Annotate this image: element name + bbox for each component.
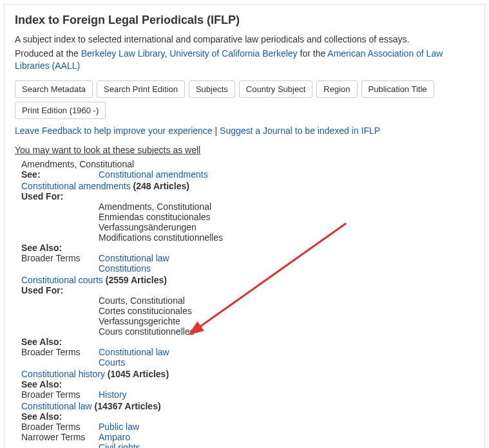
tab-publication-title[interactable]: Publication Title <box>361 80 434 98</box>
subject-link[interactable]: Constitutional courts <box>21 275 103 285</box>
broader-link[interactable]: History <box>99 389 474 400</box>
see-also-label: See Also: <box>21 379 474 389</box>
suggest-journal-link[interactable]: Suggest a Journal to be indexed in IFLP <box>220 126 380 136</box>
broader-link[interactable]: Constitutions <box>99 263 474 274</box>
used-for-term: Cortes constitucionales <box>99 306 474 316</box>
used-for-term: Cours constitutionnelles <box>99 326 474 337</box>
used-for-label: Used For: <box>21 191 474 201</box>
used-for-term: Verfassungsgerichte <box>99 316 474 326</box>
tab-print-edition[interactable]: Print Edition (1960 -) <box>15 102 106 119</box>
tab-subjects[interactable]: Subjects <box>189 80 235 98</box>
used-for-label: Used For: <box>21 285 474 295</box>
main-panel: Index to Foreign Legal Periodicals (IFLP… <box>4 4 485 448</box>
see-also-label: See Also: <box>21 411 474 422</box>
broader-link[interactable]: Public law <box>99 422 474 432</box>
subjects-hint[interactable]: You may want to look at these subjects a… <box>15 145 200 155</box>
tab-search-metadata[interactable]: Search Metadata <box>15 80 93 98</box>
broader-label: Broader Terms <box>21 389 99 400</box>
intro-line-1: A subject index to selected internationa… <box>15 33 474 46</box>
narrower-link[interactable]: Amparo <box>99 432 474 442</box>
feedback-sep: | <box>213 126 220 136</box>
broader-link[interactable]: Constitutional law <box>99 347 474 357</box>
produced-prefix: Produced at the <box>15 48 81 59</box>
article-count: (2559 Articles) <box>103 275 167 285</box>
for-text: for the <box>298 48 328 59</box>
used-for-term: Modifications constitutionnelles <box>99 232 474 243</box>
broader-link[interactable]: Constitutional law <box>99 253 474 263</box>
used-for-term: Enmiendas constitucionales <box>99 212 474 222</box>
berkeley-link[interactable]: Berkeley Law Library, University of Cali… <box>81 48 298 59</box>
subject-heading: Amendments, Constitutional <box>21 159 474 169</box>
narrower-link[interactable]: Civil rights <box>99 442 474 448</box>
see-label: See: <box>21 169 99 180</box>
tab-country-subject[interactable]: Country Subject <box>239 80 313 98</box>
subject-link[interactable]: Constitutional history <box>21 369 105 379</box>
feedback-line: Leave Feedback to help improve your expe… <box>15 126 474 136</box>
leave-feedback-link[interactable]: Leave Feedback to help improve your expe… <box>15 126 213 136</box>
used-for-term: Amendments, Constitutional <box>99 201 474 212</box>
article-count: (14367 Articles) <box>92 401 161 411</box>
see-link[interactable]: Constitutional amendments <box>99 169 208 180</box>
see-also-label: See Also: <box>21 243 474 253</box>
subject-link[interactable]: Constitutional law <box>21 401 92 411</box>
broader-label: Broader Terms <box>21 422 99 432</box>
see-also-label: See Also: <box>21 337 474 347</box>
intro-line-2: Produced at the Berkeley Law Library, Un… <box>15 48 474 73</box>
subject-list: Amendments, Constitutional See: Constitu… <box>21 159 474 448</box>
article-count: (248 Articles) <box>131 181 189 191</box>
broader-label: Broader Terms <box>21 253 99 274</box>
used-for-term: Courts, Constitutional <box>99 295 474 306</box>
broader-link[interactable]: Courts <box>99 357 474 368</box>
tab-bar: Search Metadata Search Print Edition Sub… <box>15 80 474 119</box>
used-for-term: Verfassungsänderungen <box>99 222 474 232</box>
subject-link[interactable]: Constitutional amendments <box>21 181 131 191</box>
page-title: Index to Foreign Legal Periodicals (IFLP… <box>15 14 474 27</box>
broader-label: Broader Terms <box>21 347 99 368</box>
narrower-label: Narrower Terms <box>21 432 99 448</box>
tab-region[interactable]: Region <box>316 80 357 98</box>
article-count: (1045 Articles) <box>105 369 169 379</box>
tab-search-print-edition[interactable]: Search Print Edition <box>97 80 185 98</box>
